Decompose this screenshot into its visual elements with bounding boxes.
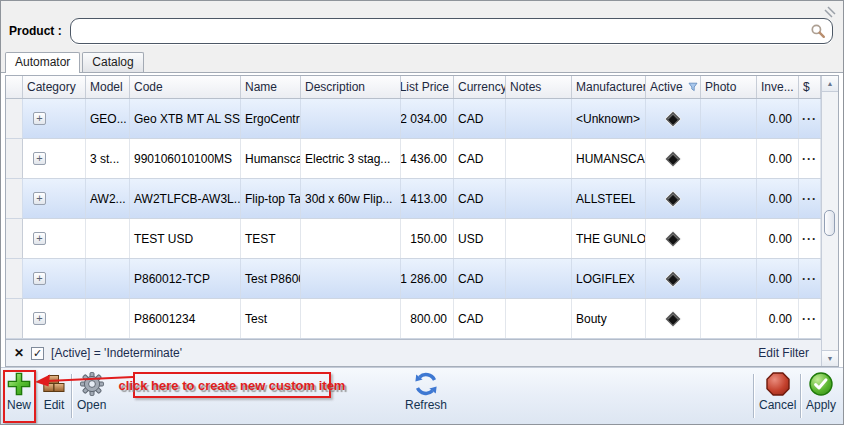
- filter-bar: ✕ ✓ [Active] = 'Indeterminate' Edit Filt…: [6, 339, 821, 366]
- edit-button-label: Edit: [44, 398, 65, 412]
- cell-active: [646, 219, 701, 258]
- column-header-manufacturer[interactable]: Manufacturer: [572, 76, 646, 98]
- column-header-notes[interactable]: Notes: [506, 76, 572, 98]
- filter-expression: [Active] = 'Indeterminate': [51, 346, 751, 360]
- tab-catalog[interactable]: Catalog: [82, 52, 143, 72]
- expand-icon[interactable]: +: [33, 112, 46, 125]
- cell-photo: [701, 139, 757, 178]
- expand-icon[interactable]: +: [33, 272, 46, 285]
- cell-active: [646, 99, 701, 138]
- table-row[interactable]: + AW2... AW2TLFCB-AW3L... Flip-top Table…: [6, 179, 821, 219]
- clear-filter-icon[interactable]: ✕: [14, 346, 24, 360]
- active-indeterminate-icon[interactable]: [666, 111, 680, 125]
- row-indicator: [6, 219, 23, 258]
- vertical-scrollbar[interactable]: ▲ ▼: [821, 76, 838, 366]
- cell-model: [86, 219, 130, 258]
- cell-active: [646, 299, 701, 338]
- expand-icon[interactable]: +: [33, 192, 46, 205]
- cancel-button[interactable]: Cancel: [759, 371, 796, 412]
- table-row[interactable]: + P860012-TCP Test P8600 1 286.00 CAD LO…: [6, 259, 821, 299]
- row-actions-button[interactable]: ···: [799, 179, 821, 218]
- column-header-currency[interactable]: Currency: [454, 76, 506, 98]
- table-row[interactable]: + GEO... Geo XTB MT AL SS... ErgoCentric…: [6, 99, 821, 139]
- expand-icon[interactable]: +: [33, 152, 46, 165]
- bottom-toolbar: New Edit: [1, 367, 843, 424]
- cell-manufacturer: Bouty: [572, 299, 646, 338]
- toolbar-separator: [800, 374, 801, 418]
- product-search-box[interactable]: [70, 18, 833, 44]
- column-header-active[interactable]: Active: [646, 76, 701, 98]
- column-header-list-price[interactable]: List Price: [401, 76, 454, 98]
- scroll-down-button[interactable]: ▼: [822, 350, 838, 366]
- grid-main: Category Model Code Name Description Lis…: [6, 76, 821, 366]
- column-header-active-label: Active: [650, 80, 683, 94]
- table-row[interactable]: + 3 st... 990106010100MS Humanscale... E…: [6, 139, 821, 179]
- cell-model: 3 st...: [86, 139, 130, 178]
- cell-list-price: 1 286.00: [401, 259, 454, 298]
- cell-list-price: 2 034.00: [401, 99, 454, 138]
- product-search-input[interactable]: [79, 21, 810, 41]
- row-actions-button[interactable]: ···: [799, 99, 821, 138]
- cell-description: [301, 99, 401, 138]
- cell-inventory: 0.00: [757, 139, 799, 178]
- cell-inventory: 0.00: [757, 99, 799, 138]
- open-button[interactable]: Open: [77, 371, 106, 412]
- row-actions-button[interactable]: ···: [799, 139, 821, 178]
- column-header-photo[interactable]: Photo: [701, 76, 757, 98]
- table-row[interactable]: + TEST USD TEST 150.00 USD THE GUNLO... …: [6, 219, 821, 259]
- column-header-code[interactable]: Code: [130, 76, 241, 98]
- cell-name: Flip-top Tables: [241, 179, 301, 218]
- column-header-model[interactable]: Model: [86, 76, 130, 98]
- scrollbar-track[interactable]: [822, 92, 838, 350]
- edit-button[interactable]: Edit: [41, 371, 67, 412]
- apply-button[interactable]: Apply: [806, 371, 836, 412]
- cell-manufacturer: THE GUNLO...: [572, 219, 646, 258]
- cell-category: +: [23, 259, 86, 298]
- filter-checkbox[interactable]: ✓: [31, 347, 44, 360]
- filter-funnel-icon[interactable]: [688, 82, 698, 92]
- active-indeterminate-icon[interactable]: [666, 271, 680, 285]
- cell-inventory: 0.00: [757, 299, 799, 338]
- column-header-category[interactable]: Category: [23, 76, 86, 98]
- edit-filter-button[interactable]: Edit Filter: [758, 346, 813, 360]
- cell-notes: [506, 99, 572, 138]
- cell-list-price: 150.00: [401, 219, 454, 258]
- gear-icon: [79, 371, 105, 397]
- column-header-description[interactable]: Description: [301, 76, 401, 98]
- product-picker-window: Product : Automator Catalog Category Mod…: [0, 0, 844, 425]
- scrollbar-thumb[interactable]: [824, 210, 835, 236]
- cell-model: AW2...: [86, 179, 130, 218]
- table-row[interactable]: + P86001234 Test 800.00 CAD Bouty 0.00 ·…: [6, 299, 821, 339]
- cell-currency: CAD: [454, 139, 506, 178]
- column-header-actions[interactable]: $: [799, 76, 821, 98]
- cell-description: Electric 3 stag...: [301, 139, 401, 178]
- cell-category: +: [23, 179, 86, 218]
- row-indicator: [6, 259, 23, 298]
- scroll-up-button[interactable]: ▲: [822, 76, 838, 92]
- active-indeterminate-icon[interactable]: [666, 311, 680, 325]
- refresh-button-label: Refresh: [405, 398, 447, 412]
- expand-icon[interactable]: +: [33, 232, 46, 245]
- row-actions-button[interactable]: ···: [799, 299, 821, 338]
- apply-button-label: Apply: [806, 398, 836, 412]
- cell-description: 30d x 60w Flip...: [301, 179, 401, 218]
- expand-icon[interactable]: +: [33, 312, 46, 325]
- cell-manufacturer: <Unknown>: [572, 99, 646, 138]
- refresh-button[interactable]: Refresh: [405, 371, 447, 412]
- cell-model: [86, 299, 130, 338]
- column-header-name[interactable]: Name: [241, 76, 301, 98]
- active-indeterminate-icon[interactable]: [666, 231, 680, 245]
- active-indeterminate-icon[interactable]: [666, 151, 680, 165]
- row-actions-button[interactable]: ···: [799, 259, 821, 298]
- cell-category: +: [23, 99, 86, 138]
- cell-description: [301, 299, 401, 338]
- cell-manufacturer: LOGIFLEX: [572, 259, 646, 298]
- cell-name: Test P8600: [241, 259, 301, 298]
- active-indeterminate-icon[interactable]: [666, 191, 680, 205]
- row-actions-button[interactable]: ···: [799, 219, 821, 258]
- search-icon[interactable]: [810, 23, 826, 39]
- tab-automator[interactable]: Automator: [5, 52, 80, 73]
- cell-notes: [506, 139, 572, 178]
- product-label: Product :: [9, 24, 62, 38]
- column-header-inventory[interactable]: Inve...: [757, 76, 799, 98]
